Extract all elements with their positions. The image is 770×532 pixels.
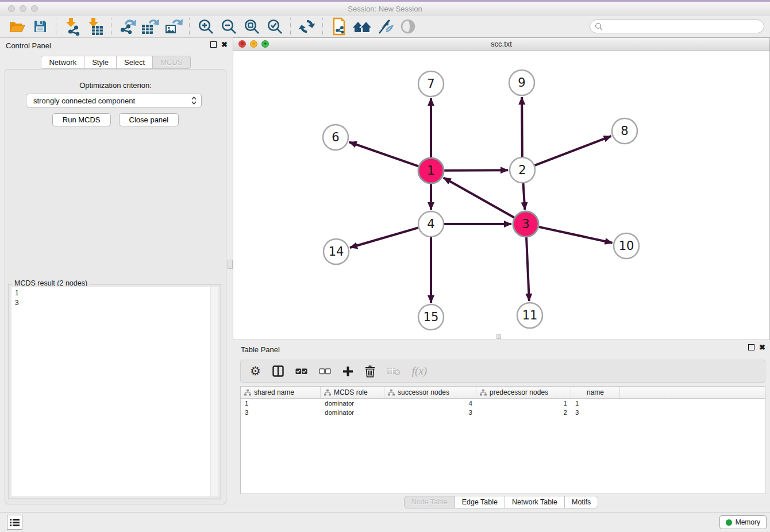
- float-panel-icon[interactable]: [210, 41, 217, 48]
- toolbar-separator: [322, 18, 324, 35]
- export-image-icon: [164, 17, 183, 36]
- hide-panels-button[interactable]: [374, 17, 396, 36]
- network-window-titlebar[interactable]: ✕ − + scc.txt: [233, 37, 770, 51]
- column-header-successor-nodes[interactable]: successor nodes: [384, 387, 476, 398]
- tab-network-table[interactable]: Network Table: [505, 496, 565, 508]
- criterion-dropdown[interactable]: strongly connected component: [26, 94, 202, 107]
- graph-edge-1-2[interactable]: [444, 170, 508, 171]
- network-graph[interactable]: 1234678910111415: [233, 51, 769, 340]
- search-field[interactable]: [590, 20, 764, 33]
- duplicate-network-button[interactable]: [328, 17, 351, 36]
- tab-mcds[interactable]: MCDS: [152, 56, 190, 69]
- home-icon: [352, 18, 372, 34]
- cell-name[interactable]: 3: [571, 409, 620, 416]
- graph-edge-3-1[interactable]: [444, 178, 514, 217]
- graph-node-label-6: 6: [332, 130, 339, 144]
- horizontal-splitter-handle[interactable]: [496, 334, 501, 339]
- clear-table-disabled-icon: [387, 367, 401, 376]
- zoom-out-button[interactable]: [217, 17, 240, 36]
- node-table[interactable]: shared nameMCDS rolesuccessor nodesprede…: [240, 386, 765, 494]
- tab-style[interactable]: Style: [84, 56, 117, 69]
- import-table-button[interactable]: [84, 17, 107, 36]
- open-file-button[interactable]: [6, 17, 29, 36]
- home-button[interactable]: [351, 17, 374, 36]
- zoom-in-button[interactable]: [194, 17, 217, 36]
- cell-successor-nodes[interactable]: 3: [384, 409, 476, 416]
- zoom-fit-button[interactable]: [240, 17, 263, 36]
- cell-shared-name[interactable]: 1: [241, 400, 321, 407]
- tab-network[interactable]: Network: [41, 56, 84, 69]
- cell-successor-nodes[interactable]: 4: [384, 400, 476, 407]
- table-panel-tabs: Node TableEdge TableNetwork TableMotifs: [233, 496, 770, 508]
- select-all-rows-icon[interactable]: [295, 368, 307, 375]
- float-table-panel-icon[interactable]: [748, 344, 754, 350]
- export-table-button[interactable]: [139, 17, 162, 36]
- toolbar-separator: [189, 18, 190, 35]
- column-selector-icon[interactable]: [272, 365, 284, 377]
- deselect-all-rows-icon[interactable]: [319, 368, 331, 375]
- control-panel-tabs: NetworkStyleSelectMCDS: [0, 56, 232, 69]
- graph-node-label-8: 8: [621, 124, 628, 138]
- cell-name[interactable]: 1: [571, 400, 620, 407]
- import-network-button[interactable]: [61, 17, 84, 36]
- table-panel-title: Table Panel: [241, 345, 280, 354]
- close-panel-button[interactable]: Close panel: [119, 113, 179, 126]
- graph-node-label-11: 11: [522, 309, 538, 322]
- graph-edge-3-11[interactable]: [526, 237, 529, 301]
- graph-edge-2-9[interactable]: [522, 97, 522, 157]
- cell-shared-name[interactable]: 3: [241, 409, 321, 416]
- zoom-fit-icon: [243, 18, 260, 35]
- function-builder-disabled-icon: f(x): [412, 365, 427, 377]
- mcds-panel: Optimization criterion: strongly connect…: [5, 69, 226, 504]
- run-mcds-button[interactable]: Run MCDS: [52, 113, 111, 126]
- export-network-button[interactable]: [116, 17, 139, 36]
- cell-predecessor-nodes[interactable]: 2: [476, 409, 571, 416]
- network-canvas[interactable]: 1234678910111415: [233, 51, 770, 340]
- refresh-button[interactable]: [295, 17, 318, 36]
- table-options-icon[interactable]: ⚙: [250, 365, 261, 377]
- tab-motifs[interactable]: Motifs: [564, 496, 598, 508]
- save-floppy-icon: [33, 20, 47, 33]
- delete-column-icon[interactable]: [365, 365, 375, 377]
- table-toolbar: ⚙ f(x): [240, 360, 765, 383]
- close-panel-icon[interactable]: ✖: [221, 41, 228, 48]
- close-table-panel-icon[interactable]: ✖: [759, 344, 765, 350]
- graph-edge-1-6[interactable]: [349, 142, 419, 166]
- tab-node-table[interactable]: Node Table: [404, 496, 455, 508]
- graph-edge-2-3[interactable]: [523, 183, 525, 210]
- cell-MCDS-role[interactable]: dominator: [321, 400, 384, 407]
- memory-button[interactable]: Memory: [719, 515, 767, 529]
- graph-edge-4-14[interactable]: [350, 228, 418, 248]
- export-image-button[interactable]: [162, 17, 185, 36]
- control-panel-title: Control Panel: [6, 41, 51, 50]
- column-label: successor nodes: [398, 388, 449, 396]
- vertical-splitter-handle[interactable]: [228, 260, 233, 269]
- search-input[interactable]: [603, 22, 759, 32]
- mcds-result-list[interactable]: 1 3: [11, 286, 219, 497]
- result-scrollbar[interactable]: [210, 287, 218, 496]
- tab-select[interactable]: Select: [116, 56, 153, 69]
- table-row[interactable]: 1dominator411: [241, 399, 765, 408]
- memory-label: Memory: [736, 518, 760, 526]
- node-table-header: shared nameMCDS rolesuccessor nodesprede…: [241, 387, 765, 399]
- zoom-out-icon: [220, 18, 237, 35]
- graph-edge-2-8[interactable]: [534, 136, 611, 165]
- zoom-selected-button[interactable]: [263, 17, 286, 36]
- table-row[interactable]: 3dominator323: [241, 408, 765, 417]
- cell-predecessor-nodes[interactable]: 1: [476, 400, 571, 407]
- task-history-button[interactable]: [7, 515, 22, 530]
- duplicate-network-icon: [330, 17, 348, 36]
- add-column-icon[interactable]: [342, 366, 353, 377]
- column-label: predecessor nodes: [490, 388, 548, 396]
- cell-MCDS-role[interactable]: dominator: [321, 409, 384, 416]
- tab-edge-table[interactable]: Edge Table: [455, 496, 505, 508]
- column-header-predecessor-nodes[interactable]: predecessor nodes: [476, 387, 571, 398]
- column-header-shared-name[interactable]: shared name: [241, 387, 321, 398]
- eye-disabled-icon: [400, 18, 416, 34]
- column-header-name[interactable]: name: [571, 387, 620, 398]
- graph-edge-3-10[interactable]: [538, 227, 612, 243]
- graph-node-label-15: 15: [424, 310, 439, 324]
- save-session-button[interactable]: [29, 17, 52, 36]
- column-label: name: [587, 388, 604, 396]
- column-header-MCDS-role[interactable]: MCDS role: [321, 387, 384, 398]
